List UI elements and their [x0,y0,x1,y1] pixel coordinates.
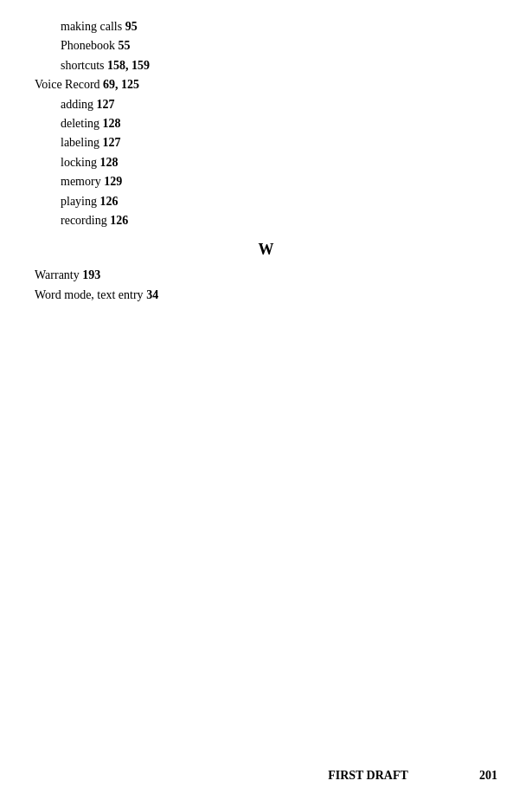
entry-making-calls: making calls 95 [35,17,497,36]
entry-pages: 158, 159 [107,59,150,72]
entry-label: recording [61,214,110,227]
entry-warranty: Warranty 193 [35,266,497,285]
entry-phonebook: Phonebook 55 [35,36,497,55]
entry-memory: memory 129 [35,172,497,191]
entry-label: deleting [61,117,103,130]
entry-pages: 128 [103,117,121,130]
entry-playing: playing 126 [35,192,497,211]
entry-locking: locking 128 [35,153,497,172]
page-content: making calls 95 Phonebook 55 shortcuts 1… [0,0,532,357]
entry-voice-record: Voice Record 69, 125 [35,75,497,94]
entry-label: shortcuts [61,59,107,72]
entry-shortcuts: shortcuts 158, 159 [35,56,497,75]
entry-label: Phonebook [61,39,119,52]
page-footer: FIRST DRAFT 201 [0,769,532,783]
entry-label: Voice Record [35,78,103,91]
entry-labeling: labeling 127 [35,133,497,152]
entry-label: labeling [61,136,103,149]
entry-deleting: deleting 128 [35,114,497,133]
entry-label: making calls [61,20,125,33]
section-header-w: W [35,241,497,259]
entry-label: Warranty [35,268,82,281]
entry-label: Word mode, text entry [35,288,146,301]
entry-pages: 126 [100,195,119,208]
entry-label: adding [61,98,97,111]
entry-pages: 126 [110,214,128,227]
footer-draft-label: FIRST DRAFT [257,769,479,783]
entry-pages: 55 [119,39,131,52]
entry-pages: 34 [146,288,158,301]
entry-pages: 129 [104,175,122,188]
entry-recording: recording 126 [35,211,497,230]
footer-page-number: 201 [479,769,497,783]
entry-pages: 127 [103,136,121,149]
entry-label: memory [61,175,104,188]
entry-label: playing [61,195,100,208]
entry-adding: adding 127 [35,95,497,114]
entry-pages: 128 [100,156,119,169]
entry-word-mode: Word mode, text entry 34 [35,286,497,305]
entry-label: locking [61,156,100,169]
entry-pages: 193 [82,268,100,281]
entry-pages: 127 [97,98,115,111]
entry-pages: 69, 125 [103,78,139,91]
entry-pages: 95 [125,20,138,33]
